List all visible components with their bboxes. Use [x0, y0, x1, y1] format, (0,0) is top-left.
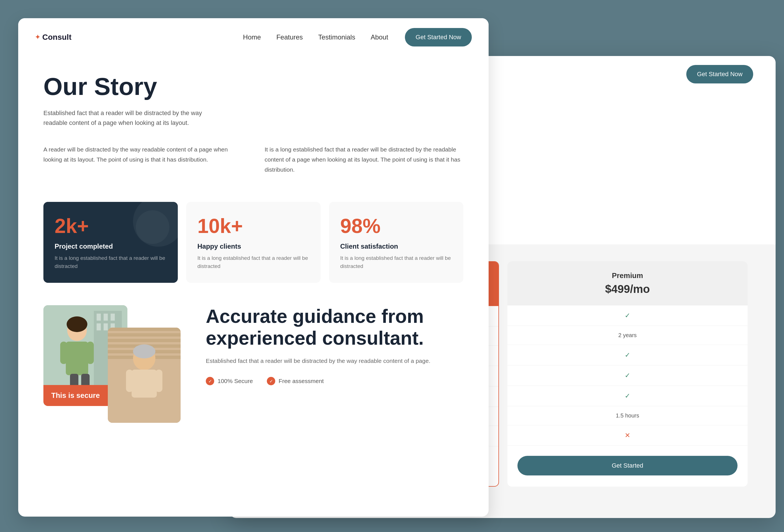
- nav-features[interactable]: Features: [276, 33, 303, 41]
- images-column: This is secure: [44, 305, 184, 440]
- premium-plan-footer: Get Started: [507, 446, 748, 485]
- stat-card-projects: 2k+ Project completed It is a long estab…: [44, 202, 178, 283]
- svg-rect-16: [108, 328, 180, 331]
- svg-rect-2: [96, 314, 101, 320]
- main-nav: ✦ Consult Home Features Testimonials Abo…: [18, 18, 488, 56]
- svg-point-14: [67, 316, 87, 332]
- feature-assessment-label: Free assessment: [279, 378, 324, 385]
- svg-rect-11: [87, 342, 94, 364]
- svg-rect-4: [111, 314, 115, 320]
- man-illustration: [108, 328, 180, 423]
- stat-desc-clients: It is a long established fact that a rea…: [197, 254, 309, 270]
- main-content: Our Story Established fact that a reader…: [18, 56, 488, 456]
- check-assessment-icon: ✓: [267, 377, 275, 385]
- story-body-text-1: A reader will be distracted by the way r…: [44, 144, 242, 164]
- story-col-left: A reader will be distracted by the way r…: [44, 144, 242, 182]
- check-secure-icon: ✓: [206, 377, 214, 385]
- premium-row-2: 2 years: [507, 326, 748, 345]
- premium-row-3: ✓: [507, 345, 748, 365]
- nav-testimonials[interactable]: Testimonials: [318, 33, 355, 41]
- premium-plan-card: Premium $499/mo ✓ 2 years ✓ ✓ ✓ 1.5 hour…: [507, 261, 748, 487]
- main-cta-button[interactable]: Get Started Now: [405, 28, 472, 47]
- feature-secure-label: 100% Secure: [218, 378, 253, 385]
- bottom-section: This is secure: [44, 305, 464, 440]
- svg-rect-6: [104, 324, 108, 330]
- svg-rect-9: [66, 342, 88, 375]
- check-icon: ✓: [625, 351, 630, 359]
- premium-get-started-button[interactable]: Get Started: [517, 456, 737, 475]
- premium-row-5: ✓: [507, 386, 748, 406]
- svg-point-26: [133, 344, 156, 358]
- image-man: [108, 328, 180, 423]
- stats-row: 2k+ Project completed It is a long estab…: [44, 202, 464, 283]
- logo-icon: ✦: [35, 34, 40, 41]
- second-cta-button[interactable]: Get Started Now: [686, 65, 753, 83]
- stat-label-satisfaction: Client satisfaction: [340, 243, 452, 250]
- premium-plan-header: Premium $499/mo: [507, 261, 748, 306]
- svg-rect-17: [108, 333, 180, 337]
- logo: ✦ Consult: [35, 33, 72, 42]
- svg-rect-23: [132, 370, 157, 398]
- svg-rect-18: [108, 339, 180, 342]
- svg-rect-25: [156, 370, 162, 392]
- story-body-text-2: It is a long established fact that a rea…: [264, 144, 464, 174]
- main-card: ✦ Consult Home Features Testimonials Abo…: [18, 18, 488, 516]
- premium-row-1: ✓: [507, 306, 748, 326]
- svg-rect-24: [126, 370, 133, 392]
- nav-links: Home Features Testimonials About: [243, 33, 388, 41]
- content-column: Accurate guidance from experienced consu…: [206, 305, 464, 385]
- stat-label-projects: Project completed: [55, 243, 167, 250]
- stat-number-clients: 10k+: [197, 215, 309, 237]
- story-subtitle: Established fact that a reader will be d…: [44, 108, 217, 128]
- story-title: Our Story: [44, 73, 464, 100]
- premium-row-6: 1.5 hours: [507, 406, 748, 425]
- stat-desc-projects: It is a long established fact that a rea…: [55, 254, 167, 270]
- nav-about[interactable]: About: [371, 33, 388, 41]
- feature-secure: ✓ 100% Secure: [206, 377, 253, 385]
- stat-number-projects: 2k+: [55, 215, 167, 237]
- stat-card-satisfaction: 98% Client satisfaction It is a long est…: [329, 202, 464, 283]
- svg-rect-3: [104, 314, 108, 320]
- premium-row-7: ✕: [507, 425, 748, 446]
- feature-assessment: ✓ Free assessment: [267, 377, 324, 385]
- stat-label-clients: Happy clients: [197, 243, 309, 250]
- brand-name: Consult: [42, 33, 72, 42]
- svg-rect-10: [60, 342, 67, 364]
- story-col-right: It is a long established fact that a rea…: [264, 144, 464, 182]
- premium-row-4: ✓: [507, 365, 748, 386]
- svg-rect-5: [96, 324, 101, 330]
- nav-home[interactable]: Home: [243, 33, 261, 41]
- content-title: Accurate guidance from experienced consu…: [206, 305, 464, 349]
- story-two-col: A reader will be distracted by the way r…: [44, 144, 464, 182]
- stat-card-clients: 10k+ Happy clients It is a long establis…: [186, 202, 320, 283]
- content-body: Established fact that a reader will be d…: [206, 356, 464, 366]
- stat-desc-satisfaction: It is a long established fact that a rea…: [340, 254, 452, 270]
- premium-plan-name: Premium: [517, 271, 737, 280]
- cross-icon: ✕: [625, 431, 630, 439]
- stat-number-satisfaction: 98%: [340, 215, 452, 237]
- check-icon: ✓: [625, 392, 630, 400]
- premium-plan-price: $499/mo: [517, 283, 737, 296]
- check-icon: ✓: [625, 371, 630, 380]
- check-icon: ✓: [625, 312, 630, 319]
- features-list: ✓ 100% Secure ✓ Free assessment: [206, 377, 464, 385]
